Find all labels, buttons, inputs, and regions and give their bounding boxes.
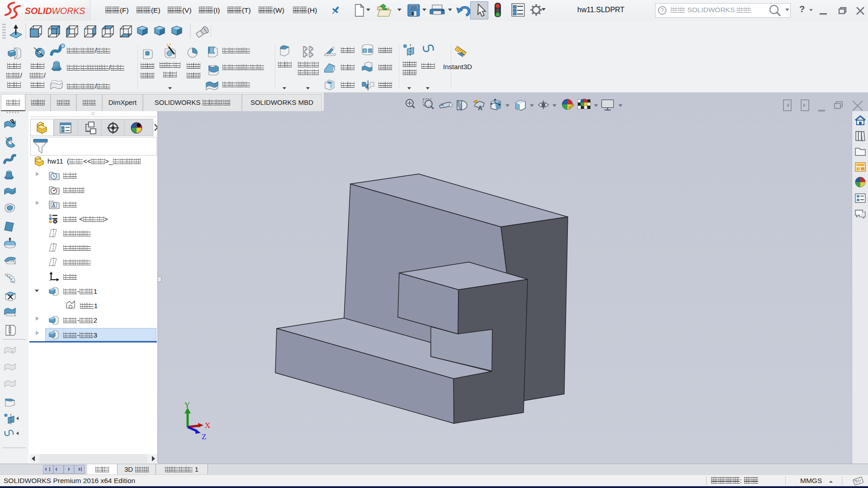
svg-text:Z: Z <box>202 432 206 441</box>
svg-text:SOLIDWORKS: SOLIDWORKS <box>25 6 85 16</box>
svg-text:Y: Y <box>184 401 190 409</box>
svg-text:?: ? <box>661 7 664 14</box>
svg-text:A: A <box>478 104 482 112</box>
svg-text:A: A <box>52 203 55 208</box>
svg-text:X: X <box>205 421 210 430</box>
